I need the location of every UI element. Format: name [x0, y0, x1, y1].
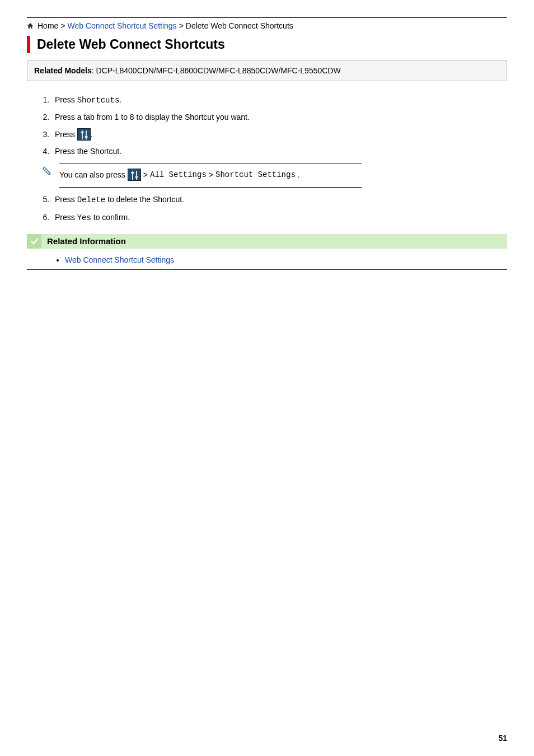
svg-rect-1	[81, 132, 83, 133]
related-info-header: Related Information	[27, 234, 507, 249]
svg-rect-9	[131, 172, 134, 174]
note-block: You can also press > All Settings > Shor…	[40, 164, 507, 188]
step-code: Yes	[77, 213, 91, 222]
settings-icon	[77, 128, 91, 141]
svg-rect-10	[136, 171, 137, 180]
breadcrumb-link-web-connect[interactable]: Web Connect Shortcut Settings	[68, 21, 177, 30]
step-text: Press	[55, 130, 77, 139]
svg-rect-4	[43, 167, 50, 174]
step-text: .	[119, 95, 121, 104]
breadcrumb-home: Home	[38, 21, 58, 30]
step-text: Press	[55, 95, 77, 104]
check-icon	[27, 234, 41, 249]
pen-icon	[40, 164, 55, 181]
step-text: Press	[55, 195, 77, 204]
step-3: Press .	[51, 126, 507, 143]
breadcrumb-current: Delete Web Connect Shortcuts	[186, 21, 293, 30]
step-text: to confirm.	[91, 213, 130, 222]
step-text: .	[91, 130, 93, 139]
page-title: Delete Web Connect Shortcuts	[37, 36, 225, 53]
home-icon	[27, 21, 35, 30]
note-sep: >	[143, 169, 148, 182]
settings-icon	[128, 169, 141, 181]
svg-rect-3	[85, 136, 87, 138]
list-item: Web Connect Shortcut Settings	[65, 254, 507, 265]
step-4: Press the Shortcut.	[51, 143, 507, 160]
note-code: All Settings	[150, 169, 207, 182]
note-code: Shortcut Settings	[216, 169, 296, 182]
step-code: Delete	[77, 195, 105, 204]
step-code: Shortcuts	[77, 96, 120, 105]
svg-rect-11	[135, 176, 138, 178]
note-sep: >	[209, 169, 213, 182]
step-text: Press	[55, 213, 77, 222]
related-info-title: Related Information	[41, 234, 507, 249]
step-2: Press a tab from 1 to 8 to display the S…	[51, 109, 507, 125]
breadcrumb-sep: >	[60, 21, 65, 30]
related-link-web-connect[interactable]: Web Connect Shortcut Settings	[65, 255, 174, 264]
related-models-value: : DCP-L8400CDN/MFC-L8600CDW/MFC-L8850CDW…	[92, 66, 341, 75]
heading-accent	[27, 36, 30, 53]
svg-rect-2	[86, 130, 87, 139]
breadcrumb: Home > Web Connect Shortcut Settings > D…	[27, 21, 507, 30]
related-info-list: Web Connect Shortcut Settings	[27, 249, 507, 270]
note-text: You can also press	[59, 169, 125, 182]
steps-list-cont: Press Delete to delete the Shortcut. Pre…	[27, 191, 507, 226]
page-number: 51	[498, 734, 507, 743]
steps-list: Press Shortcuts. Press a tab from 1 to 8…	[27, 91, 507, 160]
note-text: .	[298, 169, 300, 182]
step-6: Press Yes to confirm.	[51, 209, 507, 226]
breadcrumb-sep: >	[179, 21, 184, 30]
step-text: to delete the Shortcut.	[105, 195, 184, 204]
step-1: Press Shortcuts.	[51, 91, 507, 109]
note-rule-top	[59, 164, 362, 164]
related-models-label: Related Models	[34, 66, 92, 75]
related-models-box: Related Models: DCP-L8400CDN/MFC-L8600CD…	[27, 60, 507, 81]
note-rule-bottom	[59, 187, 362, 188]
step-5: Press Delete to delete the Shortcut.	[51, 191, 507, 208]
